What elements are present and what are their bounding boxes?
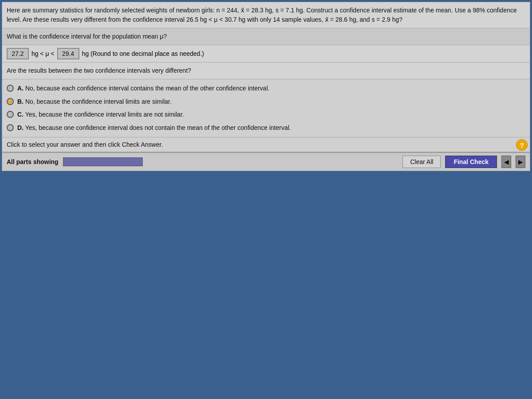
bottom-bar: All parts showing Clear All Final Check …: [2, 153, 530, 171]
radio-option-c[interactable]: C. Yes, because the confidence interval …: [7, 108, 525, 121]
ci-upper-box[interactable]: 29.4: [57, 48, 79, 59]
all-parts-label: All parts showing: [7, 158, 59, 165]
main-container: Here are summary statistics for randomly…: [0, 0, 532, 399]
ci-unit-left: hg < μ <: [31, 50, 55, 57]
radio-option-d[interactable]: D. Yes, because one confidence interval …: [7, 121, 525, 135]
final-check-button[interactable]: Final Check: [445, 156, 497, 168]
sub-question-text: What is the confidence interval for the …: [7, 33, 167, 40]
radio-option-b[interactable]: B. No, because the confidence interval l…: [7, 95, 525, 109]
problem-text-block: Here are summary statistics for randomly…: [2, 2, 530, 28]
radio-group: A. No, because each confidence interval …: [2, 79, 530, 137]
question-area: Here are summary statistics for randomly…: [2, 2, 530, 153]
radio-circle-c[interactable]: [7, 111, 14, 118]
radio-circle-b[interactable]: [7, 98, 14, 105]
next-button[interactable]: ▶: [516, 156, 525, 168]
comparison-question-block: Are the results between the two confiden…: [2, 63, 530, 79]
instruction-text: Click to select your answer and then cli…: [7, 141, 163, 148]
clear-all-button[interactable]: Clear All: [403, 156, 441, 168]
radio-label-c: C. Yes, because the confidence interval …: [17, 110, 184, 119]
ci-lower-box[interactable]: 27.2: [7, 48, 29, 59]
progress-bar: [63, 157, 143, 166]
radio-label-d: D. Yes, because one confidence interval …: [17, 124, 291, 133]
content-wrapper: Here are summary statistics for randomly…: [0, 0, 532, 173]
problem-text: Here are summary statistics for randomly…: [7, 7, 517, 23]
sub-question-block: What is the confidence interval for the …: [2, 28, 530, 45]
radio-option-a[interactable]: A. No, because each confidence interval …: [7, 82, 525, 95]
radio-circle-a[interactable]: [7, 85, 14, 92]
radio-label-b: B. No, because the confidence interval l…: [17, 98, 172, 106]
comparison-question-text: Are the results between the two confiden…: [7, 67, 191, 74]
radio-label-a: A. No, because each confidence interval …: [17, 84, 270, 93]
ci-answer-row: 27.2 hg < μ < 29.4 hg (Round to one deci…: [2, 45, 530, 63]
instruction-row: Click to select your answer and then cli…: [2, 137, 530, 152]
blue-background-area: [0, 173, 532, 399]
prev-button[interactable]: ◀: [501, 156, 511, 168]
radio-circle-d[interactable]: [7, 124, 14, 131]
ci-unit-right: hg (Round to one decimal place as needed…: [82, 50, 204, 57]
